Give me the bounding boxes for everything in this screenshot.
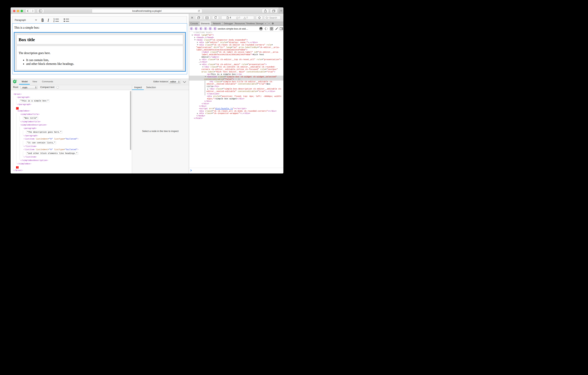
svg-text:2: 2	[53, 20, 54, 22]
svg-text:1: 1	[53, 18, 54, 20]
